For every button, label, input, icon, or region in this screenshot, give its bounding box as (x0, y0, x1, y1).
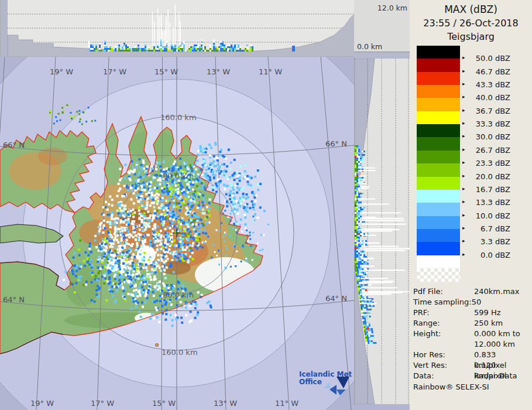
legend-label: ▸13.3 dBZ (462, 198, 510, 207)
legend-tick-icon: ▸ (462, 159, 465, 165)
legend-tick-icon: ▸ (462, 212, 465, 218)
info-value: 12.000 km (474, 339, 515, 350)
info-row: Data:Radar Data (413, 371, 530, 381)
legend-tick-icon: ▸ (462, 120, 465, 126)
legend-label: ▸33.3 dBZ (462, 119, 510, 129)
legend-swatch (417, 177, 460, 190)
legend-tick-icon: ▸ (462, 199, 465, 204)
cross-section-right-panel[interactable] (354, 59, 410, 404)
info-label: PRF: (413, 308, 474, 318)
legend-swatch (417, 163, 460, 177)
legend-tick-icon: ▸ (462, 94, 465, 100)
legend-swatch (417, 216, 460, 230)
legend-label: ▸26.7 dBZ (462, 146, 510, 155)
info-row: Range:250 km (413, 318, 530, 329)
info-label: Vert Res: (413, 360, 474, 371)
legend-swatch (417, 203, 460, 216)
legend-swatch (417, 59, 460, 72)
scan-info-table: Pdf File:240km.maxTime sampling:50PRF:59… (413, 286, 530, 381)
info-row: Vert Res:0.120 km/pixel (413, 360, 530, 371)
legend-swatch (417, 46, 460, 59)
legend-swatch (417, 98, 460, 111)
timestamp: 23:55 / 26-Oct-2018 (410, 18, 532, 29)
legend-tick-icon: ▸ (462, 225, 465, 231)
software-brand: Rainbow® SELEX-SI (413, 382, 489, 391)
corner-terrain-strip (354, 52, 410, 59)
legend-swatch (417, 124, 460, 138)
bottom-right-sea-strip (354, 404, 410, 410)
info-label: Height: (413, 329, 474, 339)
info-value: 599 Hz (474, 308, 501, 318)
info-row: Pdf File:240km.max (413, 286, 530, 297)
legend-label: ▸30.0 dBZ (462, 132, 510, 142)
info-sidebar: MAX (dBZ) 23:55 / 26-Oct-2018 Teigsbjarg… (410, 0, 532, 410)
info-label: Range: (413, 318, 474, 329)
legend-swatch (417, 111, 460, 125)
legend-label: ▸36.7 dBZ (462, 107, 510, 116)
info-value: 0.833 km/pixel (474, 350, 530, 360)
info-value: 0.000 km to (474, 329, 520, 339)
info-label (413, 339, 474, 350)
legend-swatch (417, 255, 460, 269)
top-cross-section-plot (1, 0, 355, 57)
info-label: Data: (413, 371, 474, 381)
info-row: Height:0.000 km to (413, 329, 530, 339)
cross-section-top-panel[interactable] (0, 0, 354, 57)
info-label: Pdf File: (413, 286, 474, 297)
legend-swatch (417, 242, 460, 255)
radar-application-window: { "header": { "product": "MAX (dBZ)", "d… (0, 0, 532, 410)
legend-swatch (417, 268, 460, 282)
legend-swatch (417, 85, 460, 98)
legend-label: ▸0.0 dBZ (462, 251, 510, 260)
legend-swatch (417, 72, 460, 86)
height-axis-max-label: 12.0 km (377, 4, 407, 12)
logo-pinwheel-icon (321, 375, 354, 395)
legend-label: ▸16.7 dBZ (462, 185, 510, 194)
info-label: Hor Res: (413, 350, 474, 360)
info-row: 12.000 km (413, 339, 530, 350)
legend-swatch (417, 190, 460, 203)
info-row: PRF:599 Hz (413, 308, 530, 318)
top-panel-left-margin (1, 0, 8, 57)
legend-tick-icon: ▸ (462, 251, 465, 257)
info-label: Time sampling:50 (413, 297, 481, 308)
legend-tick-icon: ▸ (462, 68, 465, 74)
info-row: Hor Res:0.833 km/pixel (413, 350, 530, 360)
legend-swatch (417, 151, 460, 164)
legend-label: ▸40.0 dBZ (462, 93, 510, 102)
product-title: MAX (dBZ) (410, 4, 532, 15)
legend-tick-icon: ▸ (462, 81, 465, 87)
legend-label: ▸20.0 dBZ (462, 172, 510, 182)
station-name: Teigsbjarg (410, 31, 532, 42)
height-axis-min-label: 0.0 km (357, 42, 382, 51)
legend-label: ▸50.0 dBZ (462, 54, 510, 63)
info-value: 250 km (474, 318, 503, 329)
legend-swatch (417, 137, 460, 151)
info-value: Radar Data (474, 371, 517, 381)
legend-label: ▸10.0 dBZ (462, 211, 510, 221)
legend-tick-icon: ▸ (462, 107, 465, 113)
right-cross-section-plot (355, 59, 410, 404)
info-value: 240km.max (474, 286, 519, 297)
radar-map[interactable]: 19° W17° W15° W13° W11° W19° W17° W15° W… (0, 57, 354, 410)
legend-tick-icon: ▸ (462, 133, 465, 139)
legend-tick-icon: ▸ (462, 173, 465, 179)
legend-tick-icon: ▸ (462, 238, 465, 244)
legend-tick-icon: ▸ (462, 54, 465, 60)
legend-label: ▸43.3 dBZ (462, 80, 510, 90)
legend-label: ▸3.3 dBZ (462, 237, 510, 247)
legend-label: ▸6.7 dBZ (462, 224, 510, 234)
color-scale-legend: ▸50.0 dBZ▸46.7 dBZ▸43.3 dBZ▸40.0 dBZ▸36.… (417, 46, 528, 282)
legend-swatch (417, 229, 460, 242)
legend-tick-icon: ▸ (462, 186, 465, 192)
legend-label: ▸23.3 dBZ (462, 159, 510, 168)
height-axis-panel: 12.0 km 0.0 km (354, 0, 410, 52)
island-vestmannaeyjar (156, 344, 159, 347)
radar-map-canvas (0, 57, 354, 410)
legend-tick-icon: ▸ (462, 146, 465, 152)
info-value: 0.120 km/pixel (474, 360, 530, 371)
legend-label: ▸46.7 dBZ (462, 67, 510, 77)
icelandic-met-office-logo: Icelandic Met Office (299, 371, 354, 398)
info-row: Time sampling:50 (413, 297, 530, 308)
